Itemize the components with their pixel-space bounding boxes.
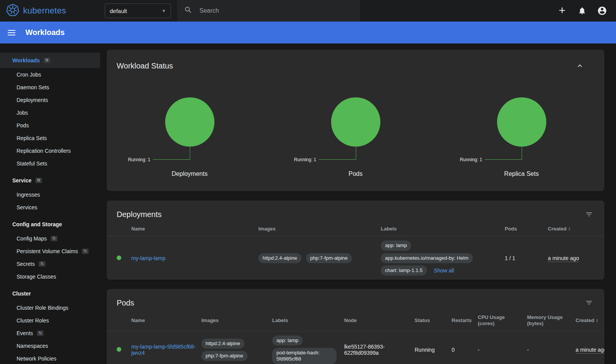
label-chip: app.kubernetes.io/managed-by: Helm	[381, 253, 473, 263]
sidebar-item-config-and-storage[interactable]: Config and Storage	[0, 217, 100, 232]
sidebar-item-cluster-roles[interactable]: Cluster Roles	[0, 314, 100, 327]
pods-count: 1 / 1	[505, 255, 548, 261]
column-header-pods[interactable]: Pods	[505, 226, 548, 232]
sort-ascending-icon: ↑	[568, 226, 571, 232]
column-header-images[interactable]: Images	[258, 226, 381, 232]
deployments-card: Deployments Name Images Labels Pods Crea…	[107, 200, 604, 280]
cpu-usage: -	[478, 347, 527, 353]
show-all-link[interactable]: Show all	[434, 267, 454, 274]
new-badge: N	[38, 261, 45, 267]
image-chip: httpd:2.4-alpine	[201, 339, 244, 349]
kubernetes-logo-icon	[6, 3, 19, 18]
sidebar-item-cluster-role-bindings[interactable]: Cluster Role Bindings	[0, 301, 100, 314]
column-header-restarts[interactable]: Restarts	[452, 317, 478, 324]
pod-status: Running	[415, 347, 452, 353]
column-header-status[interactable]: Status	[415, 317, 452, 324]
deployment-name-link[interactable]: my-lamp-lamp	[131, 255, 166, 261]
sidebar-item-daemon-sets[interactable]: Daemon Sets	[0, 81, 100, 94]
status-ok-icon	[117, 347, 121, 352]
sidebar-item-deployments[interactable]: Deployments	[0, 94, 100, 106]
column-header-cpu[interactable]: CPU Usage (cores)	[478, 314, 527, 327]
sidebar-item-secrets[interactable]: Secrets N	[0, 257, 100, 270]
sidebar-item-stateful-sets[interactable]: Stateful Sets	[0, 157, 100, 170]
running-pie-slice	[331, 97, 380, 147]
label-chip: app: lamp	[272, 336, 303, 346]
labels-cell: app: lamp pod-template-hash: 5fd985cf68	[272, 334, 344, 364]
chevron-up-icon	[576, 62, 584, 70]
new-badge: N	[44, 58, 50, 63]
kubernetes-brand-link[interactable]: kubernetes	[0, 3, 99, 18]
column-header-node[interactable]: Node	[344, 317, 415, 324]
filter-button[interactable]	[581, 207, 597, 222]
sidebar-item-jobs[interactable]: Jobs	[0, 106, 100, 119]
filter-icon	[585, 299, 593, 307]
workload-status-title: Workload Status	[117, 62, 173, 70]
column-header-created[interactable]: Created ↑	[576, 317, 604, 324]
workload-status-card: Workload Status Running: 1 Deployments	[107, 50, 604, 191]
running-pie-slice	[165, 97, 214, 147]
sidebar-item-ingresses[interactable]: Ingresses	[0, 188, 100, 201]
sidebar-item-persistent-volume-claims[interactable]: Persistent Volume Claims N	[0, 245, 100, 257]
pods-table-header: Name Images Labels Node Status Restarts …	[107, 314, 604, 331]
pod-name-link[interactable]: my-lamp-lamp-5fd985cf68-jwvz4	[131, 344, 196, 356]
column-header-images[interactable]: Images	[201, 317, 272, 324]
sidebar-item-replication-controllers[interactable]: Replication Controllers	[0, 144, 100, 157]
sidebar-item-services[interactable]: Services	[0, 201, 100, 214]
page-toolbar: Workloads	[0, 22, 616, 43]
create-resource-button[interactable]: +	[554, 3, 570, 18]
table-row: my-lamp-lamp httpd:2.4-alpine php:7-fpm-…	[107, 236, 604, 280]
legend-connector-line	[153, 159, 190, 160]
column-header-memory[interactable]: Memory Usage (bytes)	[527, 314, 576, 327]
sidebar-item-service[interactable]: Service N	[0, 173, 100, 188]
filter-button[interactable]	[581, 295, 597, 311]
user-account-button[interactable]	[594, 3, 610, 18]
sidebar-item-network-policies[interactable]: Network Policies	[0, 352, 100, 364]
table-row: my-lamp-lamp-5fd985cf68-jwvz4 httpd:2.4-…	[107, 331, 604, 364]
restarts-count: 0	[452, 347, 478, 353]
bell-icon	[578, 7, 586, 15]
header-actions: +	[554, 3, 616, 18]
column-header-labels[interactable]: Labels	[381, 226, 505, 232]
images-cell: httpd:2.4-alpine php:7-fpm-alpine	[201, 337, 272, 362]
sidebar-item-cluster[interactable]: Cluster	[0, 286, 100, 301]
sidebar-nav: Workloads N Cron Jobs Daemon Sets Deploy…	[0, 43, 100, 364]
sidebar-item-pods[interactable]: Pods	[0, 119, 100, 132]
app-header: kubernetes default ▼ +	[0, 0, 616, 22]
label-chip: pod-template-hash: 5fd985cf68	[272, 348, 336, 364]
collapse-card-button[interactable]	[572, 58, 588, 73]
legend-connector-line	[319, 159, 356, 160]
sidebar-item-cron-jobs[interactable]: Cron Jobs	[0, 68, 100, 81]
legend-connector-line	[190, 147, 190, 160]
sidebar-item-config-maps[interactable]: Config Maps N	[0, 232, 100, 245]
sidebar-item-namespaces[interactable]: Namespaces	[0, 339, 100, 352]
column-header-name[interactable]: Name	[131, 226, 258, 232]
sidebar-item-events[interactable]: Events N	[0, 327, 100, 339]
column-header-name[interactable]: Name	[131, 317, 201, 324]
sidebar-item-workloads[interactable]: Workloads N	[0, 53, 100, 68]
column-header-created[interactable]: Created ↑	[548, 226, 604, 232]
chart-legend: Running: 1	[128, 157, 150, 162]
label-chip: app: lamp	[381, 240, 411, 250]
pods-donut-chart: Running: 1	[273, 97, 439, 164]
search-icon	[184, 6, 192, 16]
new-badge: N	[51, 236, 57, 241]
legend-connector-line	[356, 147, 356, 160]
labels-cell: app: lamp app.kubernetes.io/managed-by: …	[381, 239, 505, 277]
chart-label: Replica Sets	[439, 170, 604, 177]
search-input[interactable]	[199, 7, 353, 14]
created-timestamp: a minute ago	[576, 347, 604, 354]
replica-sets-donut-chart: Running: 1	[439, 97, 604, 164]
sidebar-item-replica-sets[interactable]: Replica Sets	[0, 132, 100, 144]
menu-button[interactable]	[8, 30, 15, 35]
column-header-labels[interactable]: Labels	[272, 317, 344, 324]
notifications-button[interactable]	[574, 3, 590, 18]
namespace-selector[interactable]: default ▼	[105, 3, 171, 18]
account-circle-icon	[597, 6, 607, 16]
filter-icon	[585, 210, 593, 218]
sidebar-item-storage-classes[interactable]: Storage Classes	[0, 270, 100, 283]
node-name: lke55127-86393-622f8d09399a	[344, 344, 415, 356]
image-chip: php:7-fpm-alpine	[201, 351, 248, 361]
deployments-table-header: Name Images Labels Pods Created ↑	[107, 226, 604, 236]
new-badge: N	[37, 331, 44, 336]
memory-usage: -	[527, 347, 576, 353]
